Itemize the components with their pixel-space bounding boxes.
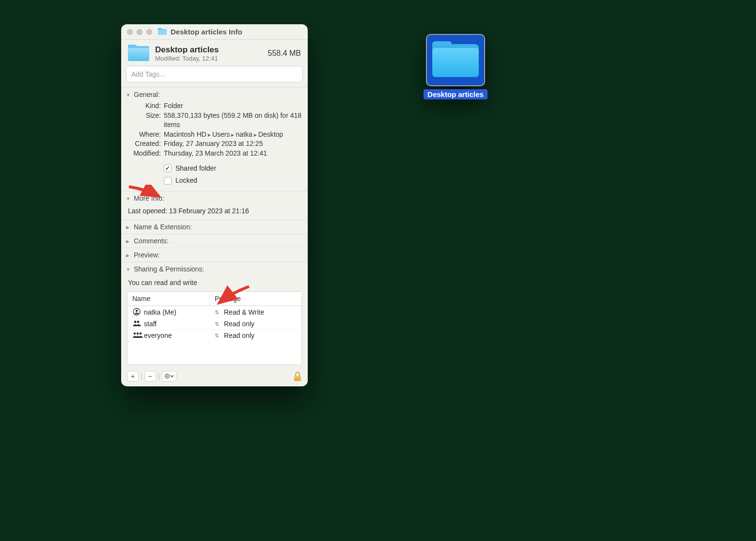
section-preview[interactable]: Preview:: [121, 248, 308, 262]
minimize-window-button[interactable]: [137, 29, 142, 35]
section-sharing-permissions[interactable]: Sharing & Permissions:: [121, 262, 308, 276]
locked-label: Locked: [175, 176, 197, 186]
col-name[interactable]: Name: [127, 292, 210, 305]
folder-icon: [432, 41, 479, 79]
desktop-folder-selection: [426, 34, 485, 86]
svg-point-1: [136, 310, 138, 312]
perm-name: natka (Me): [144, 308, 176, 316]
tags-input[interactable]: Add Tags...: [126, 66, 303, 82]
section-general[interactable]: General:: [121, 87, 308, 101]
perm-name: everyone: [144, 332, 172, 339]
titlebar[interactable]: Desktop articles Info: [121, 24, 308, 40]
permissions-row[interactable]: everyone⇅Read only: [127, 330, 301, 341]
permissions-toolbar: + | − |: [121, 368, 308, 383]
svg-point-3: [137, 320, 140, 323]
permissions-action-menu[interactable]: [162, 371, 176, 382]
permissions-row[interactable]: natka (Me)⇅Read & Write: [127, 306, 301, 318]
general-block: Kind: Folder Size: 558,370,133 bytes (55…: [121, 101, 308, 191]
chevron-down-icon: [126, 92, 131, 97]
svg-point-4: [134, 332, 136, 334]
col-privilege[interactable]: Privilege: [210, 292, 301, 305]
shared-folder-label: Shared folder: [175, 164, 216, 174]
shared-folder-checkbox[interactable]: [164, 164, 172, 172]
item-size: 558.4 MB: [268, 49, 301, 58]
last-opened: Last opened: 13 February 2023 at 21:16: [121, 205, 308, 220]
close-window-button[interactable]: [127, 29, 133, 35]
chevron-right-icon: [126, 252, 131, 258]
lock-icon[interactable]: [293, 371, 302, 381]
svg-point-2: [134, 320, 137, 323]
zoom-window-button[interactable]: [146, 29, 152, 35]
sort-icon: ⇅: [215, 321, 219, 327]
info-window: Desktop articles Info Desktop articles M…: [121, 24, 308, 386]
locked-checkbox[interactable]: [164, 177, 172, 185]
chevron-down-icon: [126, 195, 131, 201]
add-permission-button[interactable]: +: [127, 371, 139, 382]
window-controls: [127, 29, 152, 35]
svg-point-6: [140, 332, 142, 334]
chevron-right-icon: [126, 224, 131, 230]
created-value: Friday, 27 January 2023 at 12:25: [164, 139, 303, 149]
sort-icon: ⇅: [215, 333, 219, 339]
svg-point-5: [137, 332, 139, 334]
window-title: Desktop articles Info: [171, 28, 242, 36]
section-more-info[interactable]: More Info:: [121, 191, 308, 205]
section-comments[interactable]: Comments:: [121, 234, 308, 248]
permissions-table: Name Privilege natka (Me)⇅Read & Writest…: [127, 291, 302, 365]
desktop-folder-label[interactable]: Desktop articles: [424, 89, 488, 99]
perm-privilege[interactable]: Read only: [224, 320, 254, 328]
perm-name: staff: [144, 320, 157, 328]
permissions-empty-space: [127, 341, 301, 365]
permissions-row[interactable]: staff⇅Read only: [127, 318, 301, 330]
perm-privilege[interactable]: Read only: [224, 332, 254, 339]
size-value: 558,370,133 bytes (559.2 MB on disk) for…: [164, 111, 303, 130]
where-value: Macintosh HD▸Users▸natka▸Desktop: [164, 130, 303, 140]
svg-point-8: [166, 375, 168, 377]
titlebar-folder-icon: [158, 28, 167, 35]
kind-value: Folder: [164, 101, 303, 111]
perm-privilege[interactable]: Read & Write: [224, 308, 264, 316]
sharing-note: You can read and write: [121, 276, 308, 291]
user-icon: [132, 308, 141, 317]
chevron-right-icon: [126, 238, 131, 244]
section-name-extension[interactable]: Name & Extension:: [121, 220, 308, 234]
item-name: Desktop articles: [155, 45, 262, 55]
chevron-down-icon: [126, 266, 131, 272]
folder-icon: [128, 45, 149, 62]
permissions-header: Name Privilege: [127, 292, 301, 306]
desktop-folder-item[interactable]: Desktop articles: [419, 34, 492, 99]
info-header: Desktop articles Modified: Today, 12:41 …: [121, 40, 308, 66]
user-icon: [132, 332, 141, 340]
remove-permission-button[interactable]: −: [144, 371, 156, 382]
sort-icon: ⇅: [215, 309, 219, 316]
user-icon: [132, 320, 141, 328]
modified-value: Thursday, 23 March 2023 at 12:41: [164, 149, 303, 159]
item-modified: Modified: Today, 12:41: [155, 55, 262, 62]
